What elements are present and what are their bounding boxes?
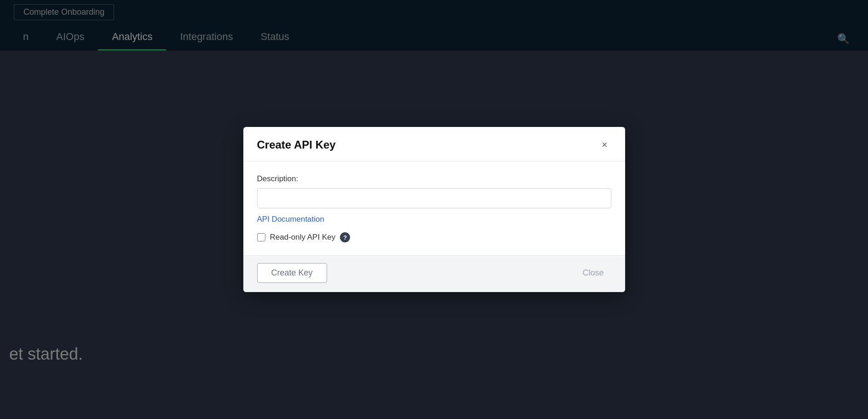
modal-title: Create API Key <box>257 138 336 151</box>
close-button[interactable]: Close <box>575 264 611 282</box>
readonly-checkbox[interactable] <box>257 233 265 241</box>
api-documentation-link[interactable]: API Documentation <box>257 215 324 224</box>
modal-close-button[interactable]: × <box>598 138 611 152</box>
description-label: Description: <box>257 174 611 184</box>
modal-header: Create API Key × <box>243 127 625 161</box>
modal-overlay: Create API Key × Description: API Docume… <box>0 0 868 419</box>
create-api-key-modal: Create API Key × Description: API Docume… <box>243 127 625 292</box>
modal-body: Description: API Documentation Read-only… <box>243 161 625 255</box>
description-input[interactable] <box>257 188 611 208</box>
readonly-label: Read-only API Key <box>270 233 336 242</box>
readonly-checkbox-row: Read-only API Key ? <box>257 232 611 242</box>
help-icon[interactable]: ? <box>340 232 350 242</box>
create-key-button[interactable]: Create Key <box>257 263 327 283</box>
modal-footer: Create Key Close <box>243 255 625 292</box>
